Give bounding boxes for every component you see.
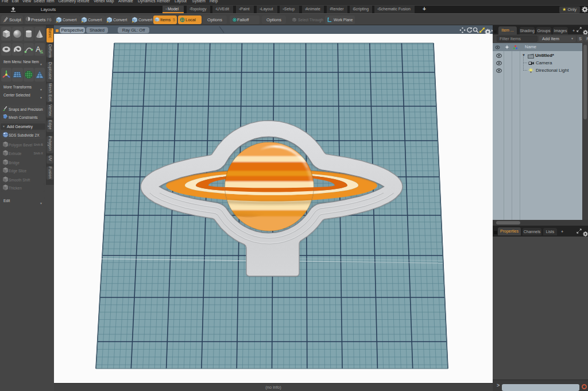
menu-item[interactable]: Item — [47, 0, 55, 4]
pan-icon[interactable] — [459, 27, 466, 33]
menu-item[interactable]: Layout — [175, 0, 187, 4]
snaps-precision-button[interactable]: Snaps and Precision — [1, 106, 45, 113]
tool-curve-button[interactable] — [24, 43, 34, 56]
eye-icon[interactable] — [496, 68, 502, 73]
tool-item[interactable]: Bridge — [1, 158, 45, 167]
tree-row-directionallight[interactable]: Directional Light — [493, 67, 582, 74]
local-axis-button[interactable]: Local — [178, 16, 202, 24]
layout-tab[interactable]: ✦Topology — [187, 6, 210, 13]
left-tab-polygon[interactable]: Polygon — [47, 136, 53, 153]
panel-corner-widget[interactable] — [494, 30, 497, 33]
tool-sphere-button[interactable] — [12, 27, 22, 41]
options-button-2[interactable]: Options — [262, 16, 286, 24]
items-mode-button[interactable]: Items5 — [153, 16, 177, 24]
layout-tab[interactable]: ✦Render — [327, 6, 347, 13]
gear-icon[interactable] — [582, 6, 588, 13]
tool-torus-button[interactable] — [1, 43, 11, 56]
props-tab-properties[interactable]: Properties — [498, 227, 521, 235]
work-plane-button[interactable]: Work Plane — [325, 16, 355, 24]
layout-tab[interactable]: ✦Schematic Fusion — [374, 6, 415, 13]
convert-button[interactable]: Convert — [130, 16, 156, 24]
more-transforms-dropdown[interactable]: More Transforms▼ — [1, 84, 45, 91]
tool-item[interactable]: ExtrudeShift-X — [1, 150, 45, 158]
viewport-projection-pill[interactable]: Perspective — [60, 27, 85, 33]
left-tab-deform[interactable]: Deform — [47, 44, 53, 57]
menu-item[interactable]: Dynamics — [138, 0, 156, 4]
s-button[interactable]: S — [577, 36, 583, 42]
edit-dropdown[interactable]: Edit▼ — [1, 197, 45, 204]
eye-icon[interactable] — [496, 53, 502, 58]
menu-item[interactable]: Texture — [76, 0, 90, 4]
tool-item[interactable]: Smooth Shift — [1, 176, 45, 184]
right-tab-images[interactable]: Images — [553, 27, 568, 34]
select-through-button[interactable]: Select Through — [291, 16, 323, 24]
menu-item[interactable]: Animate — [118, 0, 133, 4]
menu-item[interactable]: File — [2, 0, 8, 4]
add-layout-tab-button[interactable]: + — [420, 6, 429, 13]
convert-button[interactable]: Convert — [105, 16, 130, 24]
left-tab-fusion[interactable]: Fusion — [47, 167, 53, 180]
left-tab-mesh-edit[interactable]: Mesh Edit — [47, 83, 53, 102]
tool-item[interactable]: Polygon BevelShift-B — [1, 141, 45, 149]
convert-button[interactable]: Convert — [55, 16, 80, 24]
menu-item[interactable]: System — [192, 0, 206, 4]
right-tab-shading[interactable]: Shading — [520, 27, 535, 34]
right-tab-groups[interactable]: Groups — [536, 27, 551, 34]
viewport-raygl-pill[interactable]: Ray GL: Off — [118, 27, 149, 33]
tree-row-untitled[interactable]: ▼Untitled* — [493, 52, 582, 59]
add-props-tab-button[interactable]: + — [559, 228, 565, 235]
convert-button[interactable]: Convert — [80, 16, 105, 24]
menu-item[interactable]: Vertex Map — [94, 0, 114, 4]
layout-tab[interactable]: ✦Paint — [236, 6, 254, 13]
expand-panel-icon[interactable] — [577, 27, 582, 32]
layout-tab[interactable]: ✦Model — [163, 6, 184, 13]
tool-item[interactable]: SDS Subdivide 2X — [1, 131, 45, 140]
left-tab-basic[interactable]: Basic — [47, 28, 53, 42]
tool-pyramid-button[interactable] — [34, 68, 45, 82]
tree-horizontal-scrollbar[interactable] — [493, 220, 588, 226]
tool-axis-button[interactable] — [1, 68, 11, 82]
add-item-dropdown[interactable]: Add Item▼ — [539, 36, 576, 42]
layout-tab[interactable]: ✦Setup — [280, 6, 299, 13]
presets-button[interactable]: Presets F6 — [25, 16, 51, 24]
eye-icon[interactable] — [496, 61, 502, 65]
tool-cube-button[interactable] — [1, 27, 11, 41]
tool-wiresphere-button[interactable] — [24, 68, 34, 82]
menu-item[interactable]: Select — [34, 0, 45, 4]
panel-corner-widget[interactable] — [494, 231, 497, 234]
tree-row-camera[interactable]: Camera — [493, 59, 582, 67]
only-filter-button[interactable]: ★Only — [559, 6, 580, 13]
tool-text-button[interactable]: A& — [34, 43, 45, 56]
options-button[interactable]: Options — [203, 16, 227, 24]
viewport-menu-dot[interactable] — [56, 29, 59, 32]
layout-tab[interactable]: ✦Animate — [302, 6, 324, 13]
record-icon[interactable] — [582, 384, 587, 389]
left-tab-edge[interactable]: Edge — [47, 120, 53, 132]
right-tab-item[interactable]: Item ... — [498, 26, 517, 34]
command-input[interactable] — [502, 384, 579, 391]
layout-tab[interactable]: ✦UVEdit — [212, 6, 233, 13]
tool-item[interactable]: Edge Slice — [1, 167, 45, 175]
tool-gridplane-button[interactable] — [12, 68, 22, 82]
rotate-icon[interactable] — [466, 27, 473, 33]
expand-panel-icon[interactable] — [577, 229, 582, 234]
props-tab-channels[interactable]: Channels — [523, 228, 541, 235]
center-selected-dropdown[interactable]: Center Selected▼ — [1, 92, 45, 99]
tool-cone-button[interactable] — [34, 27, 45, 41]
mesh-constraints-button[interactable]: Mesh Constraints — [1, 114, 45, 121]
viewport-shading-pill[interactable]: Shaded — [86, 27, 108, 33]
left-tab-vertex[interactable]: Vertex — [47, 104, 53, 118]
tool-item[interactable]: Thicken — [1, 184, 45, 192]
layout-tab[interactable]: ✦Layout — [257, 6, 277, 13]
menu-item[interactable]: Geometry — [59, 0, 76, 4]
falloff-button[interactable]: Falloff — [230, 16, 260, 24]
menu-item[interactable]: Help — [210, 0, 218, 4]
left-tab-uv[interactable]: UV — [47, 156, 53, 164]
props-tab-lists[interactable]: Lists — [543, 228, 557, 235]
f-button[interactable]: F — [585, 36, 588, 42]
item-menu-dropdown[interactable]: Item Menu: New Item▼ — [1, 59, 45, 65]
add-panel-tab-button[interactable]: + — [571, 27, 577, 34]
left-tab-duplicate[interactable]: Duplicate — [47, 62, 53, 82]
filter-items-input[interactable]: Filter Items — [497, 36, 537, 42]
layout-tab[interactable]: ✦Scripting — [350, 6, 372, 13]
